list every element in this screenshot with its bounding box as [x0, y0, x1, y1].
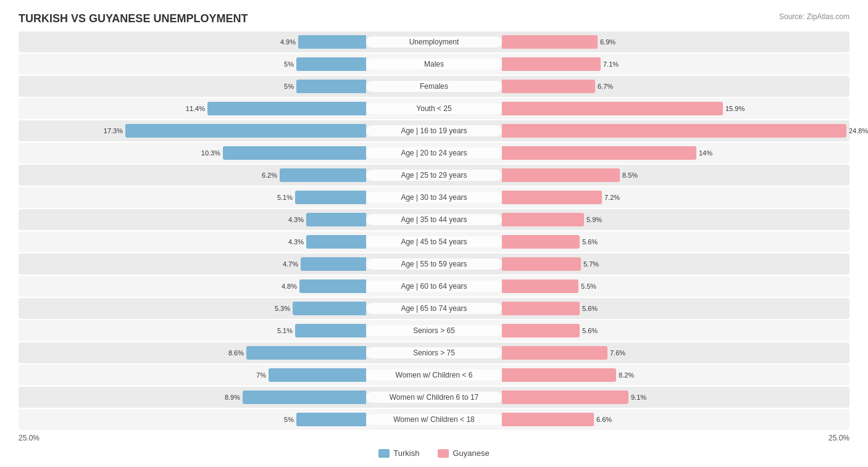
- val-left-14: 8.6%: [228, 349, 244, 357]
- chart-container: TURKISH VS GUYANESE UNEMPLOYMENT Source:…: [0, 0, 868, 467]
- val-left-0: 4.9%: [280, 38, 296, 46]
- bar-right-2: [502, 80, 595, 93]
- bar-left-4: [125, 124, 366, 138]
- bar-left-15: [269, 368, 366, 382]
- legend-turkish-label: Turkish: [393, 448, 419, 458]
- legend-turkish: Turkish: [378, 448, 419, 458]
- val-left-12: 5.3%: [275, 305, 290, 312]
- legend-guyanese-box: [438, 449, 449, 458]
- bar-right-3: [502, 102, 723, 115]
- axis-left-label: 25.0%: [19, 434, 366, 442]
- row-label-6: Age | 25 to 29 years: [366, 170, 502, 181]
- row-label-10: Age | 55 to 59 years: [366, 258, 502, 270]
- val-left-8: 4.3%: [288, 216, 304, 223]
- val-left-2: 5%: [284, 83, 294, 90]
- val-right-4: 24.8%: [849, 127, 868, 134]
- val-right-1: 7.1%: [603, 60, 619, 68]
- legend-turkish-box: [378, 449, 390, 458]
- val-right-12: 5.6%: [582, 305, 598, 312]
- bar-right-9: [502, 235, 580, 249]
- val-left-13: 5.1%: [277, 327, 293, 334]
- bar-right-17: [502, 413, 594, 426]
- val-right-11: 5.5%: [581, 283, 596, 290]
- bar-right-14: [502, 346, 607, 360]
- row-label-15: Women w/ Children < 6: [366, 370, 502, 381]
- val-left-5: 10.3%: [201, 149, 220, 157]
- table-row: 8.6% Seniors > 75 7.6%: [19, 342, 849, 363]
- val-right-7: 7.2%: [604, 194, 620, 201]
- table-row: 10.3% Age | 20 to 24 years 14%: [19, 143, 849, 163]
- val-left-4: 17.3%: [104, 127, 123, 134]
- val-right-9: 5.6%: [582, 238, 598, 246]
- bar-right-13: [502, 324, 580, 337]
- val-right-17: 6.6%: [596, 416, 612, 423]
- table-row: 4.3% Age | 35 to 44 years 5.9%: [19, 209, 849, 230]
- row-label-7: Age | 30 to 34 years: [366, 192, 502, 203]
- bar-left-13: [295, 324, 366, 337]
- table-row: 5% Females 6.7%: [19, 76, 849, 97]
- bar-left-16: [243, 391, 366, 404]
- row-label-11: Age | 60 to 64 years: [366, 281, 502, 292]
- val-right-8: 5.9%: [586, 216, 602, 223]
- bar-right-6: [502, 168, 620, 182]
- table-row: 4.7% Age | 55 to 59 years 5.7%: [19, 254, 849, 275]
- table-row: 5% Women w/ Children < 18 6.6%: [19, 409, 849, 430]
- bar-right-15: [502, 368, 616, 382]
- table-row: 4.9% Unemployment 6.9%: [19, 31, 849, 52]
- table-row: 8.9% Women w/ Children 6 to 17 9.1%: [19, 387, 849, 408]
- val-left-11: 4.8%: [282, 283, 297, 290]
- row-label-12: Age | 65 to 74 years: [366, 303, 502, 314]
- val-right-0: 6.9%: [600, 38, 616, 46]
- val-right-5: 14%: [699, 149, 712, 157]
- val-left-15: 7%: [256, 371, 266, 379]
- axis-right-label: 25.0%: [502, 434, 849, 442]
- legend: Turkish Guyanese: [19, 448, 849, 458]
- row-label-0: Unemployment: [366, 36, 502, 48]
- bar-right-11: [502, 279, 578, 293]
- bar-right-16: [502, 391, 628, 404]
- table-row: 5.1% Age | 30 to 34 years 7.2%: [19, 187, 849, 208]
- val-left-16: 8.9%: [225, 394, 240, 401]
- table-row: 5.1% Seniors > 65 5.6%: [19, 320, 849, 341]
- val-right-3: 15.9%: [725, 105, 745, 112]
- bar-left-11: [299, 279, 366, 293]
- table-row: 5% Males 7.1%: [19, 54, 849, 75]
- table-row: 17.3% Age | 16 to 19 years 24.8%: [19, 120, 849, 141]
- chart-source: Source: ZipAtlas.com: [779, 12, 849, 21]
- chart-area: 4.9% Unemployment 6.9% 5% Males: [19, 31, 849, 430]
- bar-right-10: [502, 257, 581, 271]
- val-left-1: 5%: [284, 60, 294, 68]
- bar-left-2: [296, 80, 366, 93]
- legend-guyanese: Guyanese: [438, 448, 489, 458]
- table-row: 7% Women w/ Children < 6 8.2%: [19, 365, 849, 386]
- bar-right-8: [502, 213, 584, 226]
- row-label-4: Age | 16 to 19 years: [366, 125, 502, 136]
- table-row: 4.8% Age | 60 to 64 years 5.5%: [19, 276, 849, 297]
- row-label-5: Age | 20 to 24 years: [366, 147, 502, 159]
- table-row: 4.3% Age | 45 to 54 years 5.6%: [19, 231, 849, 252]
- val-right-10: 5.7%: [583, 260, 599, 268]
- bar-left-10: [301, 257, 366, 271]
- val-right-16: 9.1%: [631, 394, 646, 401]
- bar-left-7: [295, 191, 366, 204]
- axis-row: 25.0% 25.0%: [19, 434, 849, 442]
- bar-left-9: [306, 235, 366, 249]
- bar-right-12: [502, 302, 580, 315]
- bar-right-0: [502, 35, 598, 49]
- bar-left-5: [223, 146, 366, 160]
- val-left-17: 5%: [284, 416, 294, 423]
- bar-right-7: [502, 191, 602, 204]
- val-left-9: 4.3%: [288, 238, 304, 246]
- row-label-16: Women w/ Children 6 to 17: [366, 392, 502, 403]
- table-row: 5.3% Age | 65 to 74 years 5.6%: [19, 298, 849, 319]
- val-left-3: 11.4%: [186, 105, 205, 112]
- row-label-17: Women w/ Children < 18: [366, 414, 502, 425]
- val-right-13: 5.6%: [582, 327, 598, 334]
- row-label-2: Females: [366, 81, 502, 92]
- bar-left-17: [296, 413, 366, 426]
- row-label-3: Youth < 25: [366, 103, 502, 114]
- val-right-6: 8.5%: [622, 172, 638, 179]
- bar-left-1: [296, 57, 366, 71]
- row-label-1: Males: [366, 59, 502, 70]
- val-left-7: 5.1%: [277, 194, 293, 201]
